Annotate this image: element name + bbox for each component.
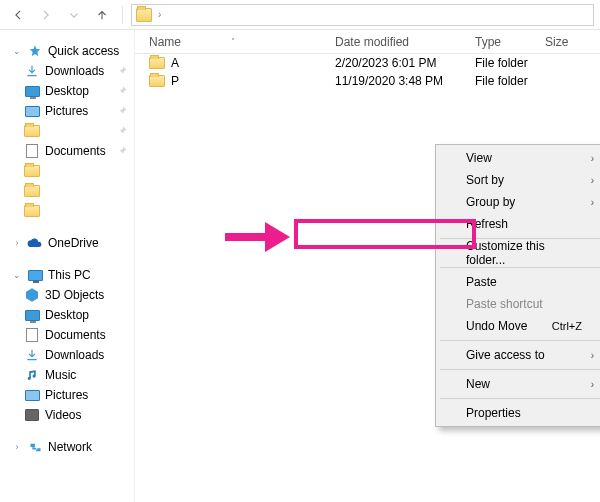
body: ⌄ Quick access Downloads Desktop Pictur	[0, 30, 600, 502]
pin-icon	[116, 145, 128, 157]
cloud-icon	[27, 236, 43, 250]
folder-icon	[149, 75, 165, 87]
pictures-icon	[25, 390, 40, 401]
separator	[440, 398, 600, 399]
folder-icon	[24, 165, 40, 177]
sidebar-onedrive[interactable]: › OneDrive	[10, 234, 134, 252]
separator	[122, 6, 123, 24]
address-bar[interactable]: ›	[131, 4, 594, 26]
annotation-arrow-icon	[225, 222, 290, 255]
sidebar-folder-2[interactable]	[22, 162, 134, 180]
sidebar-desktop-2[interactable]: Desktop	[22, 306, 134, 324]
label: Desktop	[45, 84, 89, 98]
sidebar-3d-objects[interactable]: 3D Objects	[22, 286, 134, 304]
file-date: 2/20/2023 6:01 PM	[335, 56, 475, 70]
chevron-right-icon: ›	[158, 9, 161, 20]
sidebar-quick-access[interactable]: ⌄ Quick access	[10, 42, 134, 60]
pictures-icon	[25, 106, 40, 117]
recent-dropdown[interactable]	[62, 3, 86, 27]
sidebar-pictures[interactable]: Pictures	[22, 102, 134, 120]
up-button[interactable]	[90, 3, 114, 27]
col-type[interactable]: Type	[475, 35, 545, 49]
sidebar-network[interactable]: › Network	[10, 438, 134, 456]
ctx-paste-shortcut[interactable]: Paste shortcut	[438, 293, 600, 315]
documents-icon	[26, 144, 38, 158]
ctx-give-access[interactable]: Give access to›	[438, 344, 600, 366]
nav-pane: ⌄ Quick access Downloads Desktop Pictur	[0, 30, 135, 502]
navbar: ›	[0, 0, 600, 30]
ctx-refresh[interactable]: Refresh	[438, 213, 600, 235]
sidebar-desktop[interactable]: Desktop	[22, 82, 134, 100]
back-button[interactable]	[6, 3, 30, 27]
star-icon	[27, 44, 43, 58]
label: Pictures	[45, 388, 88, 402]
shortcut: Ctrl+Z	[552, 320, 582, 332]
col-name[interactable]: Name˄	[135, 35, 335, 49]
ctx-customize[interactable]: Customize this folder...	[438, 242, 600, 264]
documents-icon	[26, 328, 38, 342]
ctx-properties[interactable]: Properties	[438, 402, 600, 424]
sidebar-music[interactable]: Music	[22, 366, 134, 384]
sidebar-videos[interactable]: Videos	[22, 406, 134, 424]
sidebar-documents-2[interactable]: Documents	[22, 326, 134, 344]
context-menu: View› Sort by› Group by› Refresh Customi…	[435, 144, 600, 427]
label: Downloads	[45, 64, 104, 78]
sidebar-downloads-2[interactable]: Downloads	[22, 346, 134, 364]
videos-icon	[25, 409, 39, 421]
folder-icon	[24, 205, 40, 217]
sidebar-folder-4[interactable]	[22, 202, 134, 220]
label: Quick access	[48, 44, 119, 58]
file-row[interactable]: P 11/19/2020 3:48 PM File folder	[135, 72, 600, 90]
ctx-new[interactable]: New›	[438, 373, 600, 395]
sidebar-downloads[interactable]: Downloads	[22, 62, 134, 80]
sidebar-pictures-2[interactable]: Pictures	[22, 386, 134, 404]
col-date[interactable]: Date modified	[335, 35, 475, 49]
col-size[interactable]: Size	[545, 35, 600, 49]
chevron-right-icon: ›	[591, 175, 594, 186]
file-type: File folder	[475, 56, 575, 70]
ctx-group-by[interactable]: Group by›	[438, 191, 600, 213]
file-row[interactable]: A 2/20/2023 6:01 PM File folder	[135, 54, 600, 72]
label: OneDrive	[48, 236, 99, 250]
ctx-paste[interactable]: Paste	[438, 271, 600, 293]
ctx-view[interactable]: View›	[438, 147, 600, 169]
folder-icon	[24, 185, 40, 197]
label: Downloads	[45, 348, 104, 362]
chevron-down-icon: ⌄	[12, 270, 22, 280]
pin-icon	[116, 85, 128, 97]
pin-icon	[116, 125, 128, 137]
separator	[440, 340, 600, 341]
sidebar-this-pc[interactable]: ⌄ This PC	[10, 266, 134, 284]
sidebar-folder-1[interactable]	[22, 122, 134, 140]
file-name: P	[171, 74, 179, 88]
label: Desktop	[45, 308, 89, 322]
pin-icon	[116, 105, 128, 117]
desktop-icon	[25, 310, 40, 321]
file-list: Name˄ Date modified Type Size A 2/20/202…	[135, 30, 600, 502]
forward-button[interactable]	[34, 3, 58, 27]
svg-rect-0	[225, 233, 270, 241]
sidebar-folder-3[interactable]	[22, 182, 134, 200]
folder-icon	[136, 8, 152, 22]
chevron-right-icon: ›	[12, 442, 22, 452]
separator	[440, 369, 600, 370]
sidebar-documents[interactable]: Documents	[22, 142, 134, 160]
desktop-icon	[25, 86, 40, 97]
label: Music	[45, 368, 76, 382]
chevron-down-icon: ⌄	[12, 46, 22, 56]
download-icon	[24, 64, 40, 78]
label: Network	[48, 440, 92, 454]
explorer-window: { "nav": { "back":"←","forward":"→","up"…	[0, 0, 600, 502]
download-icon	[24, 348, 40, 362]
label: 3D Objects	[45, 288, 104, 302]
label: Pictures	[45, 104, 88, 118]
ctx-undo-move[interactable]: Undo MoveCtrl+Z	[438, 315, 600, 337]
label: Documents	[45, 328, 106, 342]
ctx-sort-by[interactable]: Sort by›	[438, 169, 600, 191]
music-icon	[24, 368, 40, 382]
label: This PC	[48, 268, 91, 282]
pin-icon	[116, 65, 128, 77]
3d-objects-icon	[24, 288, 40, 302]
column-headers: Name˄ Date modified Type Size	[135, 30, 600, 54]
chevron-right-icon: ›	[591, 153, 594, 164]
